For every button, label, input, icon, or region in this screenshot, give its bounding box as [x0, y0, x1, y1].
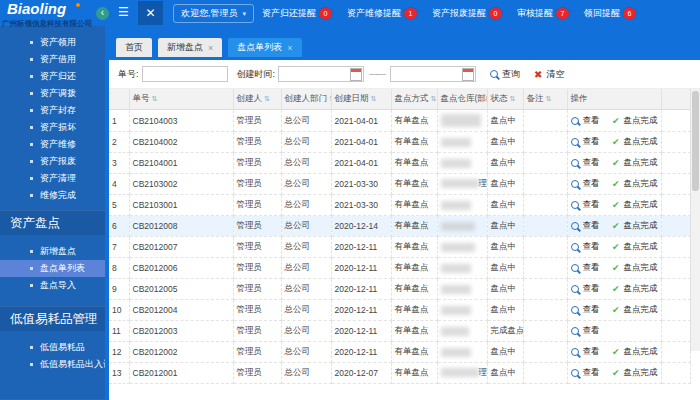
sort-icon[interactable]: ⇅ [152, 95, 158, 102]
tab-close-icon[interactable]: × [287, 43, 292, 53]
view-button[interactable]: 查看 [571, 157, 600, 169]
row-number-cell: 4 [109, 174, 129, 195]
sidebar-item[interactable]: 资产清理 [0, 170, 105, 187]
menu-icon[interactable]: ☰ [118, 5, 129, 19]
sidebar-group-header[interactable]: 低值易耗品管理 [0, 306, 105, 331]
sort-icon[interactable]: ⇅ [431, 95, 437, 102]
sort-icon[interactable]: ⇅ [371, 95, 377, 102]
search-button[interactable]: 查询 [490, 68, 520, 81]
scrollbar-thumb[interactable] [692, 91, 699, 191]
sort-icon[interactable]: ⇅ [546, 95, 552, 102]
view-search-icon [571, 159, 579, 167]
view-button[interactable]: 查看 [571, 136, 600, 148]
sidebar-item[interactable]: 资产报废 [0, 153, 105, 170]
table-row[interactable]: 13CB2012001管理员总公司2020-12-07有单盘点理点盘点中查看✔盘… [109, 363, 691, 384]
table-row[interactable]: 2CB2104002管理员总公司2021-04-01有单盘点盘点中查看✔盘点完成 [109, 132, 691, 153]
sidebar-item[interactable]: 维修完成 [0, 187, 105, 204]
sidebar-item[interactable]: 资产损坏 [0, 119, 105, 136]
view-button[interactable]: 查看 [571, 199, 600, 211]
table-row[interactable]: 9CB2012005管理员总公司2020-12-11有单盘点盘点中查看✔盘点完成 [109, 279, 691, 300]
column-header[interactable]: 盘点仓库(部门)⇅ [437, 89, 487, 110]
view-button[interactable]: 查看 [571, 220, 600, 232]
column-header[interactable]: 盘点方式⇅ [391, 89, 437, 110]
complete-button[interactable]: ✔盘点完成 [612, 115, 658, 127]
view-button[interactable]: 查看 [571, 346, 600, 358]
view-button[interactable]: 查看 [571, 262, 600, 274]
view-button[interactable]: 查看 [571, 178, 600, 190]
date-to-input[interactable] [390, 66, 476, 82]
complete-button[interactable]: ✔盘点完成 [612, 304, 658, 316]
complete-button[interactable]: ✔盘点完成 [612, 346, 658, 358]
table-row[interactable]: 5CB2103001管理员总公司2021-03-30有单盘点盘点中查看✔盘点完成 [109, 195, 691, 216]
user-menu[interactable]: 欢迎您,管理员 ▾ [173, 4, 254, 23]
complete-button[interactable]: ✔盘点完成 [612, 241, 658, 253]
table-row[interactable]: 6CB2012008管理员总公司2020-12-14有单盘点盘点中查看✔盘点完成 [109, 216, 691, 237]
column-header[interactable]: 状态⇅ [487, 89, 523, 110]
sidebar-item[interactable]: 低值易耗品出入记录 [0, 356, 105, 373]
complete-button[interactable]: ✔盘点完成 [612, 262, 658, 274]
table-row[interactable]: 10CB2012004管理员总公司2020-12-11有单盘点盘点中查看✔盘点完… [109, 300, 691, 321]
view-button[interactable]: 查看 [571, 283, 600, 295]
tab-close-icon[interactable]: × [208, 43, 213, 53]
redacted-text [441, 264, 471, 273]
sidebar-item[interactable]: 盘点单列表 [0, 260, 105, 277]
tab-item[interactable]: 首页 [116, 38, 152, 57]
view-button[interactable]: 查看 [571, 325, 600, 337]
column-header[interactable]: 创建人部门⇅ [281, 89, 331, 110]
view-label: 查看 [583, 115, 600, 127]
complete-button[interactable]: ✔盘点完成 [612, 283, 658, 295]
calendar-icon[interactable] [350, 68, 362, 81]
close-icon[interactable]: ✕ [138, 1, 163, 25]
sort-icon[interactable]: ⇅ [510, 95, 516, 102]
topbar-nav-item[interactable]: 资产归还提醒0 [262, 7, 332, 20]
order-no-input[interactable] [142, 66, 228, 82]
table-row[interactable]: 1CB2104003管理员总公司2021-04-01有单盘点盘点中查看✔盘点完成 [109, 110, 691, 132]
complete-button[interactable]: ✔盘点完成 [612, 220, 658, 232]
tab-item[interactable]: 新增盘点× [158, 38, 222, 57]
table-row[interactable]: 4CB2103002管理员总公司2021-03-30有单盘点理点盘点中查看✔盘点… [109, 174, 691, 195]
sidebar-item[interactable]: 资产借用 [0, 51, 105, 68]
clear-button[interactable]: ✖ 清空 [534, 68, 564, 81]
calendar-icon[interactable] [462, 68, 474, 81]
complete-button[interactable]: ✔盘点完成 [612, 199, 658, 211]
topbar-nav-item[interactable]: 审核提醒7 [517, 7, 569, 20]
sidebar-item[interactable]: 资产领用 [0, 34, 105, 51]
tab-active[interactable]: 盘点单列表× [228, 38, 301, 57]
creator-dept-cell: 总公司 [281, 321, 331, 342]
column-header[interactable]: 备注⇅ [523, 89, 567, 110]
table-row[interactable]: 8CB2012006管理员总公司2020-12-11有单盘点盘点中查看✔盘点完成 [109, 258, 691, 279]
sidebar-item[interactable]: 资产维修 [0, 136, 105, 153]
ops-cell: 查看✔盘点完成 [567, 174, 661, 195]
view-button[interactable]: 查看 [571, 115, 600, 127]
topbar-nav-item[interactable]: 资产报废提醒0 [432, 7, 502, 20]
complete-button[interactable]: ✔盘点完成 [612, 136, 658, 148]
sort-icon[interactable]: ⇅ [264, 95, 270, 102]
date-from-input[interactable] [278, 66, 364, 82]
sidebar-item[interactable]: 低值易耗品 [0, 339, 105, 356]
complete-button[interactable]: ✔盘点完成 [612, 178, 658, 190]
view-button[interactable]: 查看 [571, 304, 600, 316]
view-button[interactable]: 查看 [571, 367, 600, 379]
topbar-nav-item[interactable]: 资产维修提醒1 [347, 7, 417, 20]
table-row[interactable]: 7CB2012007管理员总公司2020-12-11有单盘点盘点中查看✔盘点完成 [109, 237, 691, 258]
table-row[interactable]: 12CB2012002管理员总公司2020-12-11有单盘点盘点中查看✔盘点完… [109, 342, 691, 363]
sidebar-item[interactable]: 资产归还 [0, 68, 105, 85]
topbar-nav-item[interactable]: 领回提醒6 [584, 7, 636, 20]
clear-icon: ✖ [534, 69, 542, 80]
sidebar-group-header[interactable]: 资产盘点 [0, 210, 105, 235]
view-button[interactable]: 查看 [571, 241, 600, 253]
column-header[interactable]: 创建人⇅ [233, 89, 281, 110]
sidebar-item[interactable]: 新增盘点 [0, 243, 105, 260]
sidebar-item-label: 低值易耗品出入记录 [40, 359, 105, 369]
column-header[interactable]: 创建日期⇅ [331, 89, 391, 110]
complete-button[interactable]: ✔盘点完成 [612, 367, 658, 379]
sidebar-item[interactable]: 资产调拨 [0, 85, 105, 102]
vertical-scrollbar[interactable] [690, 89, 700, 351]
sidebar-item[interactable]: 盘点导入 [0, 277, 105, 294]
sidebar-item[interactable]: 资产封存 [0, 102, 105, 119]
table-row[interactable]: 3CB2104001管理员总公司2021-04-01有单盘点盘点中查看✔盘点完成 [109, 153, 691, 174]
table-row[interactable]: 11CB2012003管理员总公司2020-12-11有单盘点完成盘点查看 [109, 321, 691, 342]
column-header[interactable]: 单号⇅ [129, 89, 233, 110]
complete-button[interactable]: ✔盘点完成 [612, 157, 658, 169]
order-code-cell: CB2012001 [129, 363, 233, 384]
